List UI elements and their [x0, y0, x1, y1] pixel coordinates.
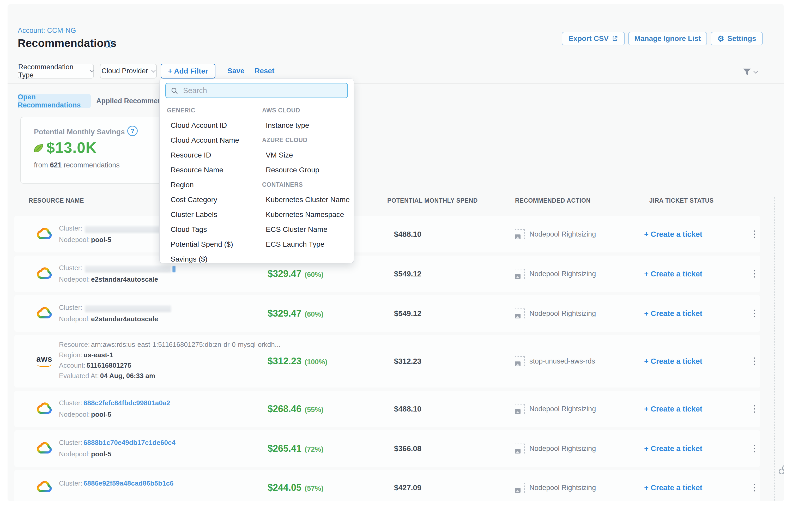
table-row[interactable]: Cluster: 688c2fefc84fbdc99801a0a2 Nodepo…	[14, 391, 760, 427]
dropdown-item-vm-size[interactable]: VM Size	[262, 148, 350, 163]
create-ticket-link[interactable]: + Create a ticket	[644, 483, 702, 492]
create-ticket-link[interactable]: + Create a ticket	[644, 309, 702, 318]
dropdown-item-resource-name[interactable]: Resource Name	[167, 163, 239, 177]
export-csv-button[interactable]: Export CSV	[562, 32, 625, 45]
settings-label: Settings	[727, 34, 756, 43]
row-actions-menu[interactable]	[750, 445, 758, 453]
manage-ignore-list-button[interactable]: Manage Ignore List	[628, 32, 707, 45]
info-icon[interactable]: i	[104, 40, 113, 48]
action-label: Nodepool Rightsizing	[529, 405, 596, 413]
spend-cell: $488.10	[394, 405, 421, 413]
dropdown-section-azure-cloud: AZURE CLOUD	[262, 133, 350, 148]
evaluated-at-value: 04 Aug, 06:33 am	[100, 372, 155, 380]
gcp-icon	[37, 402, 52, 415]
spend-cell: $427.09	[394, 483, 421, 492]
row-actions-menu[interactable]	[750, 405, 758, 413]
table-row[interactable]: aws Resource: arn:aws:rds:us-east-1:5116…	[14, 335, 760, 387]
add-filter-button[interactable]: + Add Filter	[160, 64, 215, 78]
dropdown-item-cloud-account-id[interactable]: Cloud Account ID	[167, 118, 239, 133]
dropdown-item-potential-spend[interactable]: Potential Spend ($)	[167, 237, 239, 252]
dropdown-item-cloud-tags[interactable]: Cloud Tags	[167, 222, 239, 237]
action-label: Nodepool Rightsizing	[529, 484, 596, 492]
recommended-action-cell: Nodepool Rightsizing	[515, 483, 596, 493]
nodepool-value: pool-5	[91, 450, 111, 458]
row-actions-menu[interactable]	[750, 270, 758, 278]
dropdown-item-cluster-labels[interactable]: Cluster Labels	[167, 207, 239, 222]
rightsizing-icon	[515, 269, 525, 279]
redacted-cluster-name	[85, 266, 171, 272]
tab-open-recommendations[interactable]: Open Recommendations	[18, 94, 91, 108]
support-chat-icon[interactable]	[778, 464, 784, 476]
dropdown-item-cost-category[interactable]: Cost Category	[167, 192, 239, 207]
dropdown-search[interactable]	[165, 83, 348, 98]
action-label: stop-unused-aws-rds	[529, 357, 595, 365]
nodepool-value: e2standar4autoscale	[91, 315, 158, 323]
dropdown-item-instance-type[interactable]: Instance type	[262, 118, 350, 133]
dropdown-item-resource-id[interactable]: Resource ID	[167, 148, 239, 163]
savings-subtext-prefix: from	[34, 161, 48, 169]
dropdown-item-kubernetes-namespace[interactable]: Kubernetes Namespace	[262, 207, 350, 222]
spend-cell: $549.12	[394, 309, 421, 318]
cluster-link[interactable]: 6888b1c70e49db17c1de60c4	[83, 439, 175, 446]
save-filter-button[interactable]: Save	[227, 67, 244, 75]
cluster-link[interactable]: 6886e92f59a48cad86b5b1c6	[83, 479, 174, 487]
create-ticket-link[interactable]: + Create a ticket	[644, 230, 702, 239]
nodepool-label: Nodepool:	[59, 236, 90, 244]
recommendation-count: 621	[50, 161, 62, 169]
filter-panel-toggle[interactable]	[742, 67, 760, 77]
dropdown-item-resource-group[interactable]: Resource Group	[262, 163, 350, 177]
create-ticket-link[interactable]: + Create a ticket	[644, 270, 702, 278]
dropdown-item-region[interactable]: Region	[167, 177, 239, 192]
savings-subtext-suffix: recommendations	[64, 161, 120, 169]
table-row[interactable]: Cluster: Nodepool: e2standar4autoscale $…	[14, 295, 760, 332]
table-row[interactable]: Cluster: Nodepool: pool-5 $488.10 Nodepo…	[14, 216, 760, 252]
cluster-link[interactable]: 688c2fefc84fbdc99801a0a2	[83, 399, 170, 407]
cluster-label: Cluster:	[59, 479, 82, 487]
dropdown-item-ecs-launch-type[interactable]: ECS Launch Type	[262, 237, 350, 252]
table-row[interactable]: Cluster: 6886e92f59a48cad86b5b1c6 $244.0…	[14, 470, 760, 501]
savings-cell: $268.46(55%)	[268, 403, 323, 414]
dropdown-item-cloud-account-name[interactable]: Cloud Account Name	[167, 133, 239, 148]
recommendation-type-filter[interactable]: Recommendation Type	[18, 64, 94, 78]
cloud-provider-filter[interactable]: Cloud Provider	[100, 64, 157, 78]
row-actions-menu[interactable]	[750, 310, 758, 317]
external-link-icon	[612, 36, 618, 42]
account-breadcrumb[interactable]: Account: CCM-NG	[18, 26, 76, 35]
row-actions-menu[interactable]	[750, 484, 758, 492]
row-actions-menu[interactable]	[750, 230, 758, 238]
column-header-resource-name: RESOURCE NAME	[29, 197, 84, 204]
help-icon[interactable]: ?	[127, 126, 138, 136]
recommended-action-cell: Nodepool Rightsizing	[515, 308, 596, 318]
dropdown-item-ecs-cluster-name[interactable]: ECS Cluster Name	[262, 222, 350, 237]
header-divider	[7, 58, 784, 58]
add-filter-label: + Add Filter	[168, 67, 208, 75]
table-row[interactable]: Cluster: Nodepool: e2standar4autoscale $…	[14, 255, 760, 292]
recommended-action-cell: stop-unused-aws-rds	[515, 356, 595, 366]
cloud-provider-label: Cloud Provider	[101, 67, 148, 75]
dropdown-section-containers: CONTAINERS	[262, 177, 350, 192]
reset-filter-button[interactable]: Reset	[254, 67, 274, 75]
table-row[interactable]: Cluster: 6888b1c70e49db17c1de60c4 Nodepo…	[14, 430, 760, 467]
region-value: us-east-1	[83, 351, 113, 359]
column-header-jira-ticket-status: JIRA TICKET STATUS	[649, 197, 714, 204]
recommended-action-cell: Nodepool Rightsizing	[515, 404, 596, 414]
nodepool-label: Nodepool:	[59, 450, 90, 458]
settings-button[interactable]: ⚙ Settings	[711, 32, 763, 45]
resource-arn: arn:aws:rds:us-east-1:511616801275:db:zn…	[91, 341, 280, 348]
search-icon	[171, 87, 178, 95]
cluster-label: Cluster:	[59, 264, 82, 272]
search-input[interactable]	[183, 84, 345, 96]
create-ticket-link[interactable]: + Create a ticket	[644, 444, 702, 453]
gcp-icon	[37, 481, 52, 494]
dropdown-item-kubernetes-cluster-name[interactable]: Kubernetes Cluster Name	[262, 192, 350, 207]
row-actions-menu[interactable]	[750, 358, 758, 365]
potential-savings-card: Potential Monthly Savings ? $13.0K from …	[20, 117, 167, 184]
create-ticket-link[interactable]: + Create a ticket	[644, 405, 702, 413]
dropdown-item-savings[interactable]: Savings ($)	[167, 252, 239, 267]
action-label: Nodepool Rightsizing	[529, 445, 596, 453]
rightsizing-icon	[515, 308, 525, 318]
nodepool-label: Nodepool:	[59, 411, 90, 418]
nodepool-label: Nodepool:	[59, 315, 90, 323]
savings-cell: $312.23(100%)	[268, 356, 327, 367]
create-ticket-link[interactable]: + Create a ticket	[644, 357, 702, 366]
